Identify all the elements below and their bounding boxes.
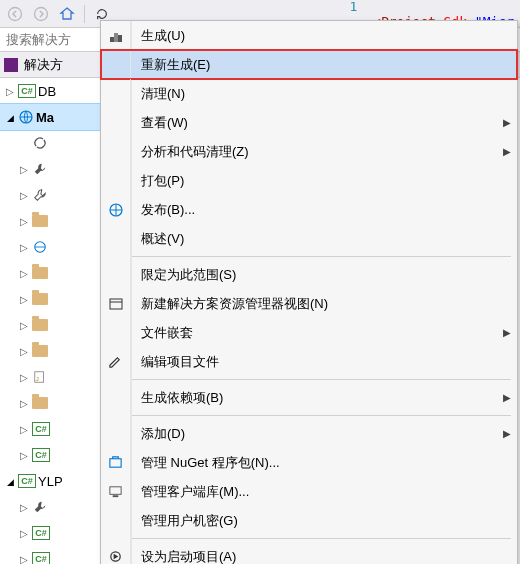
tree-item-db[interactable]: C# DB xyxy=(0,78,100,104)
nav-forward-icon[interactable] xyxy=(30,3,52,25)
menu-scope[interactable]: 限定为此范围(S) xyxy=(101,260,517,289)
csharp-file-icon: C# xyxy=(32,422,50,436)
menu-label: 新建解决方案资源管理器视图(N) xyxy=(131,295,517,313)
tree-item-cs[interactable]: C# xyxy=(0,520,100,546)
tree-item-folder[interactable] xyxy=(0,338,100,364)
menu-rebuild[interactable]: 重新生成(E) xyxy=(101,50,517,79)
nav-back-icon[interactable] xyxy=(4,3,26,25)
home-icon[interactable] xyxy=(56,3,78,25)
menu-publish[interactable]: 发布(B)... xyxy=(101,195,517,224)
expand-icon[interactable] xyxy=(18,268,30,279)
wrench-icon xyxy=(32,161,48,177)
tree-item-dependencies[interactable] xyxy=(0,156,100,182)
submenu-arrow-icon: ▶ xyxy=(497,428,517,439)
expand-icon[interactable] xyxy=(18,346,30,357)
expand-icon[interactable] xyxy=(4,86,16,97)
menu-separator xyxy=(101,253,517,260)
svg-rect-8 xyxy=(118,35,122,42)
expand-icon[interactable] xyxy=(18,190,30,201)
tree-item-cs[interactable]: C# xyxy=(0,546,100,564)
folder-icon xyxy=(32,345,48,357)
menu-label: 管理用户机密(G) xyxy=(131,512,517,530)
menu-label: 重新生成(E) xyxy=(131,56,517,74)
expand-icon[interactable] xyxy=(18,528,30,539)
menu-clean[interactable]: 清理(N) xyxy=(101,79,517,108)
collapse-icon[interactable] xyxy=(4,112,16,123)
web-project-icon xyxy=(18,109,34,125)
menu-add[interactable]: 添加(D) ▶ xyxy=(101,419,517,448)
menu-build-dependencies[interactable]: 生成依赖项(B) ▶ xyxy=(101,383,517,412)
folder-icon xyxy=(32,293,48,305)
new-view-icon xyxy=(108,296,124,312)
tree-item-json[interactable]: J xyxy=(0,364,100,390)
expand-icon[interactable] xyxy=(18,398,30,409)
expand-icon[interactable] xyxy=(18,424,30,435)
menu-pack[interactable]: 打包(P) xyxy=(101,166,517,195)
expand-icon[interactable] xyxy=(18,164,30,175)
expand-icon[interactable] xyxy=(18,320,30,331)
submenu-arrow-icon: ▶ xyxy=(497,117,517,128)
menu-edit-project[interactable]: 编辑项目文件 xyxy=(101,347,517,376)
tree-item-wwwroot[interactable] xyxy=(0,234,100,260)
tree-item-folder[interactable] xyxy=(0,286,100,312)
svg-point-1 xyxy=(35,7,48,20)
project-context-menu: 生成(U) 重新生成(E) 清理(N) 查看(W) ▶ 分析和代码清理(Z) ▶… xyxy=(100,20,518,564)
tree-item-folder[interactable] xyxy=(0,312,100,338)
tree-item-folder[interactable] xyxy=(0,208,100,234)
menu-nuget[interactable]: 管理 NuGet 程序包(N)... xyxy=(101,448,517,477)
tree-label: YLP xyxy=(38,474,63,489)
collapse-icon[interactable] xyxy=(4,476,16,487)
svg-rect-10 xyxy=(110,299,122,309)
menu-set-startup[interactable]: 设为启动项目(A) xyxy=(101,542,517,564)
tree-item-properties[interactable] xyxy=(0,182,100,208)
menu-label: 生成依赖项(B) xyxy=(131,389,497,407)
expand-icon[interactable] xyxy=(18,502,30,513)
tree-item-connected[interactable] xyxy=(0,130,100,156)
properties-icon xyxy=(32,187,48,203)
menu-label: 打包(P) xyxy=(131,172,517,190)
menu-label: 编辑项目文件 xyxy=(131,353,517,371)
menu-new-view[interactable]: 新建解决方案资源管理器视图(N) xyxy=(101,289,517,318)
expand-icon[interactable] xyxy=(18,216,30,227)
svg-rect-13 xyxy=(113,495,119,497)
tree-item-ma[interactable]: Ma xyxy=(0,104,100,130)
tree-item-folder[interactable] xyxy=(0,260,100,286)
menu-label: 限定为此范围(S) xyxy=(131,266,517,284)
menu-label: 管理 NuGet 程序包(N)... xyxy=(131,454,517,472)
menu-overview[interactable]: 概述(V) xyxy=(101,224,517,253)
toolbar-separator xyxy=(84,5,85,23)
menu-label: 添加(D) xyxy=(131,425,497,443)
menu-build[interactable]: 生成(U) xyxy=(101,21,517,50)
menu-label: 设为启动项目(A) xyxy=(131,548,517,565)
menu-user-secrets[interactable]: 管理用户机密(G) xyxy=(101,506,517,535)
tree-label: Ma xyxy=(36,110,54,125)
csharp-file-icon: C# xyxy=(32,526,50,540)
svg-rect-11 xyxy=(110,459,121,467)
expand-icon[interactable] xyxy=(18,242,30,253)
folder-icon xyxy=(32,397,48,409)
menu-label: 分析和代码清理(Z) xyxy=(131,143,497,161)
nuget-icon xyxy=(108,455,123,470)
menu-separator xyxy=(101,535,517,542)
expand-icon[interactable] xyxy=(18,554,30,565)
tree-item-folder[interactable] xyxy=(0,390,100,416)
tree-item-dependencies[interactable] xyxy=(0,494,100,520)
expand-icon[interactable] xyxy=(18,294,30,305)
line-number: 1 xyxy=(350,0,358,14)
expand-icon[interactable] xyxy=(18,372,30,383)
tree-item-cs[interactable]: C# xyxy=(0,442,100,468)
folder-icon xyxy=(32,319,48,331)
submenu-arrow-icon: ▶ xyxy=(497,392,517,403)
wrench-icon xyxy=(32,499,48,515)
menu-file-nesting[interactable]: 文件嵌套 ▶ xyxy=(101,318,517,347)
expand-icon[interactable] xyxy=(18,450,30,461)
tree-item-cs[interactable]: C# xyxy=(0,416,100,442)
tree-item-ylp[interactable]: C# YLP xyxy=(0,468,100,494)
edit-icon xyxy=(108,354,123,369)
menu-label: 发布(B)... xyxy=(131,201,517,219)
menu-client-lib[interactable]: 管理客户端库(M)... xyxy=(101,477,517,506)
client-lib-icon xyxy=(108,484,123,499)
menu-view[interactable]: 查看(W) ▶ xyxy=(101,108,517,137)
menu-analyze[interactable]: 分析和代码清理(Z) ▶ xyxy=(101,137,517,166)
svg-text:J: J xyxy=(36,375,39,382)
